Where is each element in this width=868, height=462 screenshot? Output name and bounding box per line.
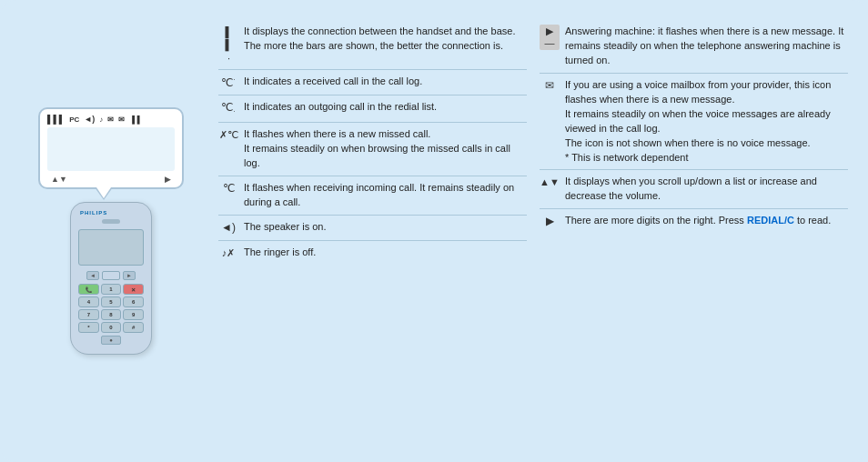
entry-text: There are more digits on the right. Pres… <box>565 214 848 228</box>
list-item: ✗℃ It flashes when there is a new missed… <box>218 123 527 176</box>
signal-icon: ▌▌▌ <box>47 115 65 124</box>
battery-icon: ▐▐ <box>129 116 139 124</box>
list-item: ▲▼ It displays when you scroll up/down a… <box>540 170 848 209</box>
ringer-off-icon: ♪✗ <box>218 246 238 259</box>
list-item: ▶— Answering machine: it flashes when th… <box>540 20 848 74</box>
phone-nav-right[interactable]: ► <box>123 271 136 280</box>
voicemail-icon: ✉ <box>540 78 560 94</box>
ringer-icon: ♪ <box>99 116 103 124</box>
msg-icon2: ✉ <box>118 116 125 124</box>
phone-keypad: 📞 1 ✕ 4 5 6 7 8 9 * 0 # <box>78 284 144 333</box>
phone-key-end[interactable]: ✕ <box>123 284 144 295</box>
right-arrow-icon: ▶ <box>540 214 560 229</box>
screen-bubble: ▌▌▌ PC ◄) ♪ ✉ ✉ ▐▐ ▲▼ ▶ <box>38 107 184 189</box>
list-item: ℃ It flashes when receiving incoming cal… <box>218 176 527 216</box>
phone-screen <box>78 229 144 266</box>
volume-icon: ◄) <box>84 115 95 124</box>
outgoing-call-icon: ℃· <box>218 100 238 117</box>
main-container: ▌▌▌ PC ◄) ♪ ✉ ✉ ▐▐ ▲▼ ▶ PHILIPS ◄ ► <box>0 0 868 462</box>
entry-text: It indicates an outgoing call in the red… <box>244 100 527 115</box>
phone-key-1[interactable]: 1 <box>101 284 122 295</box>
phone-body: PHILIPS ◄ ► 📞 1 ✕ 4 5 6 7 8 9 * 0 # <box>70 202 152 355</box>
phone-key-9[interactable]: 9 <box>123 309 144 320</box>
entry-text: The speaker is on. <box>244 220 527 235</box>
list-item: ℃· It indicates an outgoing call in the … <box>218 95 527 123</box>
entry-text: It displays when you scroll up/down a li… <box>565 175 848 204</box>
phone-key-star[interactable]: * <box>78 322 99 333</box>
left-column: ▌▌· It displays the connection between t… <box>218 20 527 264</box>
msg-icon1: ✉ <box>107 116 114 124</box>
list-item: ◄) The speaker is on. <box>218 216 527 241</box>
content-area: ▌▌· It displays the connection between t… <box>218 16 848 446</box>
screen-display <box>47 127 175 171</box>
list-item: ▌▌· It displays the connection between t… <box>218 20 527 70</box>
list-item: ♪✗ The ringer is off. <box>218 241 527 265</box>
entry-text: The ringer is off. <box>244 246 527 260</box>
entry-text: It flashes when receiving incoming call.… <box>244 181 527 210</box>
scroll-icon: ▲▼ <box>540 175 560 188</box>
entry-text: Answering machine: it flashes when there… <box>565 25 848 68</box>
phone-key-call[interactable]: 📞 <box>78 284 99 295</box>
phone-key-7[interactable]: 7 <box>78 309 99 320</box>
phone-key-0[interactable]: 0 <box>101 322 122 333</box>
screen-nav: ▲▼ ▶ <box>47 175 175 184</box>
missed-call-icon: ✗℃ <box>218 127 238 141</box>
phone-area: ▌▌▌ PC ◄) ♪ ✉ ✉ ▐▐ ▲▼ ▶ PHILIPS ◄ ► <box>20 107 202 355</box>
answering-machine-icon: ▶— <box>540 25 560 50</box>
nav-right-icon: ▶ <box>165 175 171 184</box>
list-item: ✉ If you are using a voice mailbox from … <box>540 74 848 171</box>
phone-bottom-row: ● <box>101 336 121 345</box>
signal-bars-icon: ▌▌· <box>218 25 238 65</box>
phone-key-6[interactable]: 6 <box>123 296 144 307</box>
status-bar: ▌▌▌ PC ◄) ♪ ✉ ✉ ▐▐ <box>47 115 175 124</box>
nav-up-icon: ▲▼ <box>51 175 67 184</box>
entry-text: If you are using a voice mailbox from yo… <box>565 78 848 166</box>
phone-btn-extra[interactable]: ● <box>101 336 121 345</box>
list-item: ℃· It indicates a received call in the c… <box>218 70 527 96</box>
entry-text: It indicates a received call in the call… <box>244 75 527 89</box>
entry-text: It flashes when there is a new missed ca… <box>244 127 527 171</box>
phone-key-8[interactable]: 8 <box>101 309 122 320</box>
phone-nav-center[interactable] <box>102 271 120 280</box>
phone-speaker <box>102 219 120 224</box>
phone-nav-left[interactable]: ◄ <box>86 271 99 280</box>
phone-key-hash[interactable]: # <box>123 322 144 333</box>
right-column: ▶— Answering machine: it flashes when th… <box>540 20 848 234</box>
list-item: ▶ There are more digits on the right. Pr… <box>540 209 848 234</box>
speaker-icon: ◄) <box>218 220 238 236</box>
phone-brand-label: PHILIPS <box>76 210 107 216</box>
phone-key-5[interactable]: 5 <box>101 296 122 307</box>
received-call-icon: ℃· <box>218 75 238 91</box>
phone-key-4[interactable]: 4 <box>78 296 99 307</box>
pc-icon: PC <box>69 116 79 124</box>
entry-text: It displays the connection between the h… <box>244 25 527 54</box>
phone-nav-row: ◄ ► <box>86 271 136 280</box>
incoming-call-icon: ℃ <box>218 181 238 196</box>
